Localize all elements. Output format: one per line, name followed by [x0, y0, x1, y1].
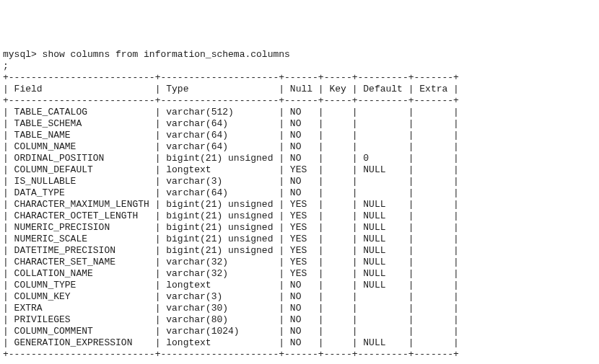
mysql-terminal-output: mysql> show columns from information_sch… — [3, 49, 596, 360]
